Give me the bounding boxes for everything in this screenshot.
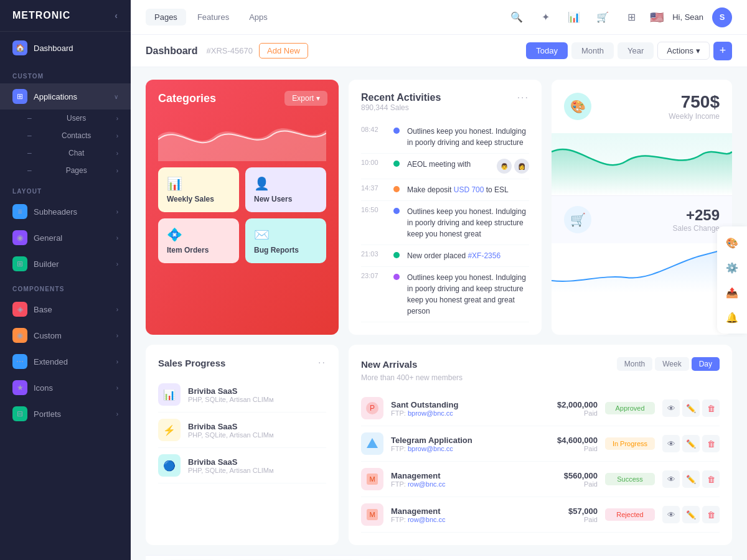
sidebar-item-general[interactable]: ◉ General ›: [0, 225, 131, 251]
bug-reports-card[interactable]: ✉️ Bug Reports: [245, 218, 326, 263]
sales-detail-1: PHP, SQLite, Artisan CLIMм: [188, 396, 326, 403]
arrivals-tabs: Month Week Day: [617, 357, 720, 371]
month-button[interactable]: Month: [571, 42, 614, 59]
tab-pages[interactable]: Pages: [146, 9, 186, 26]
sidebar-item-base[interactable]: ◈ Base ›: [0, 296, 131, 322]
applications-chevron-icon: ∨: [114, 93, 118, 100]
arrival-view-btn-1[interactable]: 👁: [662, 399, 680, 417]
right-send-icon[interactable]: 📤: [722, 282, 742, 302]
sidebar-item-applications[interactable]: ⊞ Applications ∨: [0, 83, 131, 110]
year-button[interactable]: Year: [618, 42, 654, 59]
arrival-edit-btn-3[interactable]: ✏️: [682, 470, 700, 488]
search-icon[interactable]: 🔍: [507, 7, 527, 27]
layout-section-label: LAYOUT: [0, 179, 131, 198]
svg-marker-2: [367, 438, 378, 448]
tab-apps[interactable]: Apps: [240, 9, 276, 26]
arrival-delete-btn-2[interactable]: 🗑: [702, 435, 720, 452]
general-label: General: [34, 233, 62, 243]
arrival-delete-btn-4[interactable]: 🗑: [702, 506, 720, 523]
page-title: Dashboard: [146, 45, 198, 57]
arrivals-tab-month[interactable]: Month: [617, 357, 652, 371]
builder-chevron-icon: ›: [116, 261, 118, 268]
activity-text-3: Make deposit USD 700 to ESL: [407, 184, 529, 195]
right-paint-icon[interactable]: 🎨: [722, 233, 742, 253]
sidebar-item-extended[interactable]: ⋯ Extended ›: [0, 348, 131, 375]
arrival-edit-btn-1[interactable]: ✏️: [682, 399, 700, 417]
flag-icon[interactable]: 🇺🇸: [650, 11, 664, 24]
item-orders-card[interactable]: 💠 Item Orders: [158, 218, 239, 263]
dashboard-item[interactable]: 🏠 Dashboard: [0, 32, 131, 64]
sidebar-sub-chat[interactable]: – Chat ›: [27, 144, 131, 162]
arrivals-tab-week[interactable]: Week: [655, 357, 688, 371]
sidebar-item-portlets[interactable]: ⊟ Portlets ›: [0, 401, 131, 427]
general-icon: ◉: [12, 230, 27, 245]
base-label: Base: [34, 305, 52, 314]
income-card: 🎨 750$ Weekly Income: [552, 80, 732, 335]
network-icon[interactable]: ✦: [535, 7, 555, 27]
sidebar-sub-contacts[interactable]: – Contacts ›: [27, 127, 131, 144]
extended-chevron-icon: ›: [116, 358, 118, 365]
extended-label: Extended: [34, 357, 68, 366]
sales-header: Sales Progress ··: [158, 357, 326, 368]
arrival-paid-3: Paid: [542, 480, 598, 488]
activity-item-3: 14:37 Make deposit USD 700 to ESL: [361, 179, 529, 201]
arrival-edit-btn-4[interactable]: ✏️: [682, 506, 700, 523]
add-new-button[interactable]: Add New: [259, 43, 308, 58]
builder-label: Builder: [34, 259, 59, 269]
arrival-edit-btn-2[interactable]: ✏️: [682, 435, 700, 452]
arrival-view-btn-4[interactable]: 👁: [662, 506, 680, 523]
activity-time-1: 08:42: [361, 126, 386, 133]
arrival-view-btn-3[interactable]: 👁: [662, 470, 680, 488]
portlets-label: Portlets: [34, 409, 61, 419]
today-button[interactable]: Today: [526, 42, 568, 59]
arrival-info-2: Telegram Application FTP: bprow@bnc.cc: [391, 436, 534, 452]
chart-icon[interactable]: 📊: [564, 7, 584, 27]
applications-label: Applications: [34, 92, 77, 101]
sidebar-item-icons[interactable]: ★ Icons ›: [0, 375, 131, 401]
grid-icon[interactable]: ⊞: [621, 7, 641, 27]
sidebar-sub-users[interactable]: – Users ›: [27, 110, 131, 127]
tab-features[interactable]: Features: [189, 9, 238, 26]
right-gear-icon[interactable]: ⚙️: [722, 258, 742, 278]
activity-time-6: 23:07: [361, 272, 386, 279]
subheaders-icon: ≡: [12, 204, 27, 219]
brand-name: METRONIC: [12, 10, 70, 21]
arrival-ftp-4: FTP: row@bnc.cc: [391, 516, 534, 523]
right-bell-icon[interactable]: 🔔: [722, 307, 742, 327]
sidebar-sub-pages[interactable]: – Pages ›: [27, 162, 131, 179]
add-button[interactable]: +: [713, 42, 732, 60]
arrival-price-1: $2,000,000: [542, 400, 598, 409]
users-chevron-icon: ›: [116, 115, 118, 122]
main-content: Categories Export ▾ 📊 Weekly Sales: [131, 67, 747, 560]
sales-menu-icon[interactable]: ··: [318, 357, 326, 368]
builder-icon: ⊞: [12, 256, 27, 271]
income-bottom-section: 🛒 +259 Sales Change: [552, 195, 732, 243]
arrival-delete-btn-1[interactable]: 🗑: [702, 399, 720, 417]
sales-change-chart: [552, 243, 732, 293]
new-users-icon: 👤: [254, 176, 317, 191]
topnav-right-area: 🔍 ✦ 📊 🛒 ⊞ 🇺🇸 Hi, Sean S: [507, 7, 732, 27]
avatar[interactable]: S: [712, 7, 732, 27]
sidebar-item-custom[interactable]: ◉ Custom ›: [0, 322, 131, 348]
cart-icon[interactable]: 🛒: [593, 7, 613, 27]
sidebar-item-subheaders[interactable]: ≡ Subheaders ›: [0, 198, 131, 225]
arrival-view-btn-2[interactable]: 👁: [662, 435, 680, 452]
arrival-paid-1: Paid: [542, 409, 598, 417]
sidebar-item-builder[interactable]: ⊞ Builder ›: [0, 251, 131, 277]
arrival-delete-btn-3[interactable]: 🗑: [702, 470, 720, 488]
bug-reports-label: Bug Reports: [254, 246, 317, 254]
income-label: Weekly Income: [669, 112, 720, 121]
new-users-card[interactable]: 👤 New Users: [245, 167, 326, 212]
sales-progress-card: Sales Progress ·· 📊 Briviba SaaS PHP, SQ…: [146, 345, 339, 545]
weekly-sales-card[interactable]: 📊 Weekly Sales: [158, 167, 239, 212]
sidebar-collapse-icon[interactable]: ‹: [115, 11, 118, 21]
income-top-section: 🎨 750$ Weekly Income: [552, 80, 732, 133]
bug-reports-icon: ✉️: [254, 227, 317, 242]
arrivals-tab-day[interactable]: Day: [692, 357, 720, 371]
arrival-ftp-1: FTP: bprow@bnc.cc: [391, 409, 534, 417]
actions-button[interactable]: Actions ▾: [657, 42, 710, 60]
general-chevron-icon: ›: [116, 235, 118, 241]
export-button[interactable]: Export ▾: [284, 91, 327, 106]
activities-menu-icon[interactable]: ···: [517, 92, 529, 103]
subheader: Dashboard #XRS-45670 Add New Today Month…: [131, 35, 747, 67]
